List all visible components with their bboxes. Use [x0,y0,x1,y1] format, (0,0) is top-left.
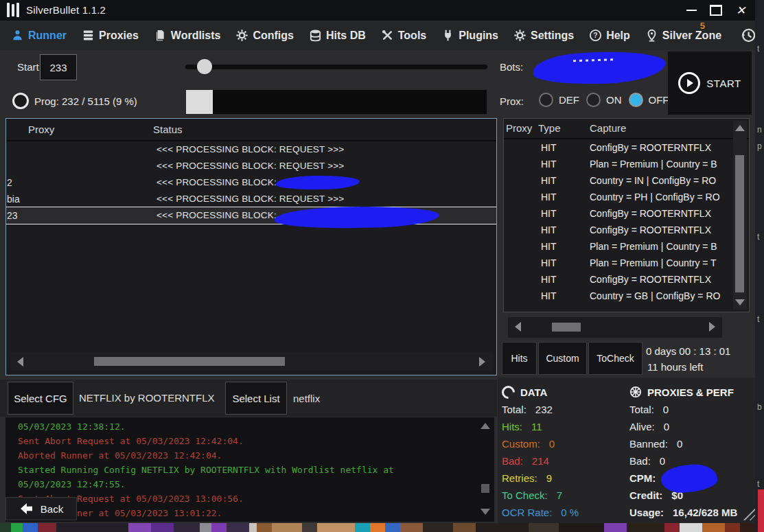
hit-type-cell: HIT [541,274,557,285]
column-header-type: Type [538,122,561,134]
hit-capture-cell: ConfigBy = ROOTERNTFLX [590,142,727,153]
prox-radio-option[interactable]: ON [586,93,622,107]
prox-radio-option[interactable]: OFF [629,93,669,107]
minimize-button[interactable] [680,0,703,21]
hit-row[interactable]: HIT Plan = Premium | Country = B [504,238,749,255]
status-cell: <<< PROCESSING BLOCK: [157,177,277,187]
menu-wordlists[interactable]: Wordlists [154,29,221,42]
background-text-fragment: n [757,125,762,135]
selected-config-name: NETFLIX by ROOTERNTFLX [79,392,215,404]
scroll-right-icon[interactable] [709,322,715,332]
progress-radio-icon[interactable] [12,93,29,109]
stat-row: Custom: 0 [502,435,622,452]
table-row[interactable]: bia <<< PROCESSING BLOCK: REQUEST >>> [6,191,496,207]
hit-row[interactable]: HIT ConfigBy = ROOTERNTFLX [504,205,749,222]
hit-row[interactable]: HIT Country = PH | ConfigBy = RO [504,189,749,205]
prox-radio-option[interactable]: DEF [539,93,579,107]
scroll-down-icon[interactable] [735,299,745,305]
hits-table: Proxy Type Capture HIT ConfigBy = ROOTER… [503,118,750,312]
stat-row: Banned: 0 [629,435,753,452]
proxies-title: PROXIES & PERF [629,383,753,401]
column-header-capture: Capture [590,122,626,134]
menu-hitsdb[interactable]: Hits DB [309,29,366,42]
gear-icon [235,29,248,42]
table-row[interactable]: 23 <<< PROCESSING BLOCK: [6,207,496,224]
menu-help[interactable]: ? Help [589,29,630,42]
menu-plugins[interactable]: Plugins [441,29,498,42]
hit-capture-cell: ConfigBy = ROOTERNTFLX [590,224,727,235]
stat-row: Total: 232 [502,401,622,418]
censor-blob-bots [533,50,666,86]
titlebar: SilverBullet 1.1.2 ✕ [0,0,755,21]
proxies-stats: PROXIES & PERF Total: 0 Alive: 0 Banned:… [629,383,753,521]
hits-table-vscrollbar[interactable] [733,121,747,310]
hit-capture-cell: Country = PH | ConfigBy = RO [590,192,727,203]
maximize-button[interactable] [704,0,728,21]
back-arrow-icon [19,502,34,515]
menu-tools[interactable]: Tools [381,29,426,42]
vscroll-thumb[interactable] [735,155,744,292]
scroll-left-icon[interactable] [17,357,23,367]
stat-row: OCR Rate: 0 % [502,504,622,521]
scroll-up-icon[interactable] [735,125,745,131]
silver-zone-badge: 5 [700,21,705,31]
menu-proxies[interactable]: Proxies [82,29,139,42]
menu-configs[interactable]: Configs [235,29,294,42]
log-lines: 05/03/2023 12:38:12. Sent Abort Request … [18,419,474,520]
hit-row[interactable]: HIT Country = IN | ConfigBy = RO [504,172,749,189]
select-cfg-button[interactable]: Select CFG [8,382,73,415]
menu-runner[interactable]: Runner [11,29,67,42]
log-line: Started Running Config NETFLIX by ROOTER… [18,463,474,477]
hit-row[interactable]: HIT Plan = Premium | Country = T [504,255,749,271]
hit-capture-cell: Plan = Premium | Country = B [590,159,727,170]
hit-capture-cell: ConfigBy = ROOTERNTFLX [590,274,727,285]
scroll-up-icon[interactable] [481,423,490,429]
radio-icon[interactable] [539,93,553,107]
menu-settings[interactable]: Settings [513,29,574,42]
log-line: Aborted Runner at 05/03/2023 13:01:22. [18,506,474,520]
log-line: Aborted Runner at 05/03/2023 12:42:04. [18,448,474,463]
hits-table-header: Proxy Type Capture [504,119,749,139]
select-list-button[interactable]: Select List [225,382,287,415]
hit-row[interactable]: HIT ConfigBy = ROOTERNTFLX [504,139,749,156]
log-scrollbar[interactable] [479,417,491,522]
hit-row[interactable]: HIT ConfigBy = ROOTERNTFLX [504,271,749,288]
table-row[interactable]: <<< PROCESSING BLOCK: REQUEST >>> [6,158,496,174]
elapsed-timer: 0 days 00 : 13 : 01 [646,345,730,357]
table-row[interactable]: 2 <<< PROCESSING BLOCK: [6,174,496,191]
hscroll-thumb[interactable] [94,357,285,366]
bots-slider-handle[interactable] [197,59,212,74]
menu-silver-zone[interactable]: Silver Zone 5 [645,29,721,42]
hit-row[interactable]: HIT Plan = Premium | Country = B [504,156,749,172]
start-button[interactable]: START [668,51,752,115]
close-button[interactable]: ✕ [729,0,752,21]
tab-hits[interactable]: Hits [502,342,537,375]
bots-slider-track[interactable] [185,65,487,69]
hit-type-cell: HIT [541,208,557,219]
status-cell: <<< PROCESSING BLOCK: REQUEST >>> [157,144,344,154]
hits-table-hscrollbar[interactable] [508,317,722,338]
stat-row: Usage: 16,42/628 MB [629,504,753,521]
scroll-down-icon[interactable] [481,509,490,515]
hit-row[interactable]: HIT Country = GB | ConfigBy = RO [504,288,749,304]
document-icon [154,29,167,42]
scroll-left-icon[interactable] [515,322,521,332]
scroll-right-icon[interactable] [479,357,485,367]
background-text-fragment: b [757,402,762,412]
hscroll-thumb[interactable] [552,323,581,332]
hit-row[interactable]: HIT ConfigBy = ROOTERNTFLX [504,222,749,238]
start-input[interactable] [40,54,77,80]
tab-custom[interactable]: Custom [538,342,587,375]
runner-table-hscrollbar[interactable] [10,352,492,371]
hit-capture-cell: Plan = Premium | Country = B [590,241,727,252]
proxy-cell: 23 [7,210,18,221]
table-row[interactable]: <<< PROCESSING BLOCK: REQUEST >>> [6,141,496,158]
back-button[interactable]: Back [5,497,77,520]
background-text-fragment: t [757,44,759,54]
log-scroll-thumb[interactable] [481,484,489,493]
progress-text: Prog: 232 / 5115 (9 %) [34,95,137,107]
tab-tocheck[interactable]: ToCheck [588,342,643,375]
history-icon[interactable] [739,27,755,44]
radio-icon[interactable] [586,93,601,107]
radio-icon[interactable] [629,93,643,107]
